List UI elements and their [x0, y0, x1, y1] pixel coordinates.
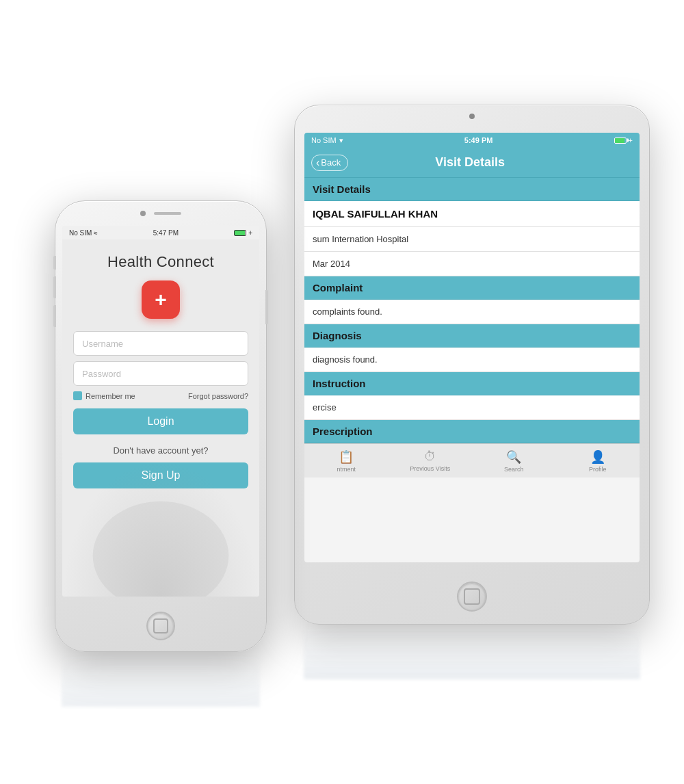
ipad-tabbar: 📋 ntment ⏱ Previous Visits 🔍 Search 👤 Pr…: [304, 443, 640, 478]
ipad-tab-search[interactable]: 🔍 Search: [472, 447, 556, 475]
ipad-row-date: Mar 2014: [304, 252, 640, 276]
ipad-camera: [469, 114, 475, 119]
signup-button-label: Sign Up: [142, 469, 181, 482]
ipad-status-right: +: [614, 136, 633, 144]
profile-icon: 👤: [590, 449, 605, 465]
ipad-section-complaint-label: Complaint: [313, 282, 363, 293]
iphone-camera-area: [140, 211, 181, 216]
form-options-row: Remember me Forgot password?: [73, 391, 248, 400]
iphone-volume-down-button[interactable]: [53, 305, 56, 327]
forgot-password-link[interactable]: Forgot password?: [188, 392, 248, 400]
ipad-section-diagnosis: Diagnosis: [304, 324, 640, 348]
iphone-mute-button[interactable]: [53, 256, 56, 270]
ipad-screen: No SIM ▾ 5:49 PM + ‹ Back: [304, 133, 640, 562]
iphone-screen: No SIM ≈ 5:47 PM + Health Connect +: [62, 226, 259, 597]
scene: No SIM ▾ 5:49 PM + ‹ Back: [34, 50, 650, 734]
iphone-device: No SIM ≈ 5:47 PM + Health Connect +: [55, 200, 267, 652]
ipad-patient-name-value: IQBAL SAIFULLAH KHAN: [313, 208, 438, 220]
iphone-camera-dot: [140, 211, 146, 216]
app-title: Health Connect: [107, 253, 214, 271]
ipad-status-time: 5:49 PM: [464, 136, 493, 144]
search-icon: 🔍: [506, 449, 521, 465]
app-icon: +: [142, 280, 180, 319]
iphone-reflection: [62, 652, 260, 707]
remember-me-checkbox[interactable]: [73, 391, 82, 400]
ipad-diagnosis-value: diagnosis found.: [313, 354, 378, 365]
ipad-no-sim: No SIM: [311, 136, 337, 144]
username-field[interactable]: Username: [73, 331, 248, 356]
ipad-statusbar: No SIM ▾ 5:49 PM +: [304, 133, 640, 148]
login-button[interactable]: Login: [73, 408, 248, 434]
ipad-wrapper: No SIM ▾ 5:49 PM + ‹ Back: [294, 105, 650, 625]
ipad-section-prescription-label: Prescription: [313, 426, 373, 437]
no-account-text: Don't have account yet?: [113, 445, 208, 456]
ipad-tab-previous-visits-label: Previous Visits: [410, 465, 450, 472]
ipad-row-patient-name: IQBAL SAIFULLAH KHAN: [304, 201, 640, 227]
ipad-battery-fill: [615, 138, 624, 143]
remember-me-row: Remember me: [73, 391, 135, 400]
ipad-back-chevron-icon: ‹: [316, 157, 319, 168]
iphone-no-sim: No SIM ≈: [69, 229, 98, 237]
ipad-tab-appointment-label: ntment: [337, 466, 356, 473]
app-icon-cross: +: [155, 289, 167, 310]
ipad-section-diagnosis-label: Diagnosis: [313, 330, 362, 341]
appointment-icon: 📋: [339, 449, 354, 465]
iphone-app: Health Connect + Username Password Remem…: [62, 239, 259, 597]
ipad-row-complaint: complaints found.: [304, 300, 640, 324]
ipad-header: ‹ Back Visit Details: [304, 148, 640, 178]
iphone-volume-up-button[interactable]: [53, 276, 56, 298]
ipad-section-prescription: Prescription: [304, 420, 640, 443]
ipad-device: No SIM ▾ 5:49 PM + ‹ Back: [294, 105, 650, 625]
password-placeholder: Password: [82, 369, 121, 379]
iphone-power-button[interactable]: [265, 290, 268, 324]
ipad-reflection: [304, 625, 640, 679]
ipad-section-visit-details: Visit Details: [304, 178, 640, 201]
login-button-label: Login: [147, 415, 174, 428]
previous-visits-icon: ⏱: [424, 449, 436, 464]
ipad-tab-search-label: Search: [504, 466, 524, 473]
ipad-home-button[interactable]: [457, 582, 487, 612]
iphone-home-button[interactable]: [146, 612, 175, 640]
ipad-back-button[interactable]: ‹ Back: [311, 155, 348, 171]
ipad-section-instruction: Instruction: [304, 372, 640, 395]
ipad-complaint-value: complaints found.: [313, 306, 382, 317]
ipad-header-title: Visit Details: [348, 155, 592, 170]
ipad-back-label: Back: [321, 157, 341, 168]
ipad-status-left: No SIM ▾: [311, 136, 343, 145]
iphone-statusbar: No SIM ≈ 5:47 PM +: [62, 226, 259, 239]
ipad-row-hospital: sum Internation Hospital: [304, 227, 640, 252]
iphone-battery-fill: [235, 231, 244, 235]
ipad-hospital-value: sum Internation Hospital: [313, 234, 408, 244]
iphone-wrapper: No SIM ≈ 5:47 PM + Health Connect +: [55, 200, 267, 652]
ipad-section-instruction-label: Instruction: [313, 378, 366, 389]
ipad-date-value: Mar 2014: [313, 259, 350, 269]
ipad-tab-previous-visits[interactable]: ⏱ Previous Visits: [389, 447, 473, 475]
username-placeholder: Username: [82, 339, 123, 349]
ipad-tab-profile-label: Profile: [589, 466, 607, 473]
ipad-section-complaint: Complaint: [304, 276, 640, 300]
iphone-status-right: +: [234, 229, 252, 237]
ipad-section-visit-details-label: Visit Details: [313, 183, 371, 195]
ipad-tab-profile[interactable]: 👤 Profile: [556, 447, 640, 475]
iphone-battery-plus: +: [248, 229, 252, 237]
ipad-row-diagnosis: diagnosis found.: [304, 348, 640, 372]
ipad-battery-icon: [614, 138, 627, 144]
iphone-battery-icon: [234, 230, 246, 236]
ipad-row-instruction: ercise: [304, 395, 640, 420]
iphone-speaker: [154, 212, 181, 215]
ipad-battery-plus: +: [629, 136, 633, 144]
remember-me-label: Remember me: [86, 392, 135, 400]
iphone-time: 5:47 PM: [153, 229, 179, 237]
ipad-content: Visit Details IQBAL SAIFULLAH KHAN sum I…: [304, 178, 640, 443]
ipad-tab-appointment[interactable]: 📋 ntment: [304, 447, 389, 475]
ipad-wifi-icon: ▾: [339, 136, 343, 145]
signup-button[interactable]: Sign Up: [73, 462, 248, 488]
password-field[interactable]: Password: [73, 361, 248, 386]
ipad-instruction-value: ercise: [313, 402, 337, 413]
